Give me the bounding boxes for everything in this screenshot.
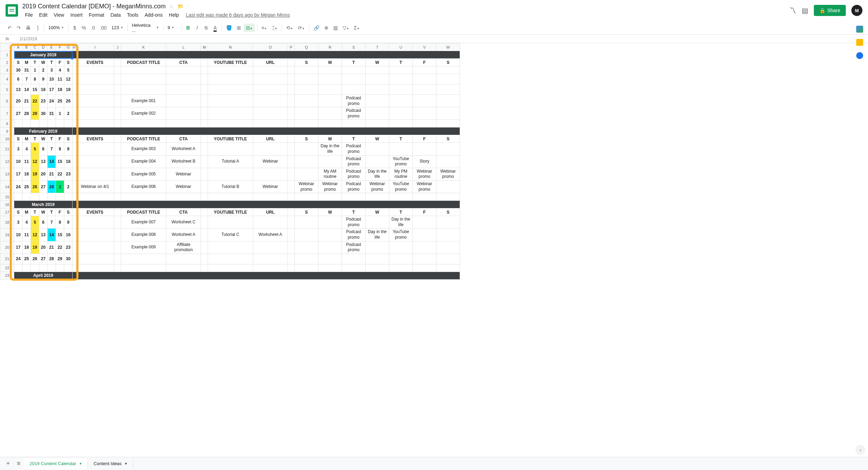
cell-S7[interactable]: Podcast promo <box>342 107 366 120</box>
cell-R11[interactable]: Day in the life <box>318 143 342 155</box>
folder-icon[interactable]: 📁 <box>177 3 183 9</box>
cell-R5[interactable] <box>318 84 342 95</box>
cell-U6[interactable] <box>389 95 413 107</box>
comment-button[interactable]: ⊕ <box>322 24 331 32</box>
cell-J11[interactable] <box>114 143 121 155</box>
cell-F8[interactable] <box>56 120 64 127</box>
cell-M22[interactable] <box>201 264 208 272</box>
cell-T3[interactable] <box>366 66 389 74</box>
cell-U10[interactable]: T <box>389 135 413 143</box>
cell-Q12[interactable] <box>295 155 318 168</box>
cell-C3[interactable]: 1 <box>31 66 39 74</box>
row-header-6[interactable]: 6 <box>0 95 14 107</box>
cell-D11[interactable]: 6 <box>39 143 48 155</box>
cell-S15[interactable] <box>342 193 366 201</box>
cell-J20[interactable] <box>114 241 121 254</box>
column-header-W[interactable]: W <box>436 43 460 51</box>
cell-W15[interactable] <box>436 193 460 201</box>
row-header-7[interactable]: 7 <box>0 107 14 120</box>
last-edit-link[interactable]: Last edit was made 6 days ago by Megan M… <box>186 12 290 18</box>
cell-H5[interactable] <box>73 84 76 95</box>
cell-Q2[interactable]: S <box>295 59 318 66</box>
cell-C8[interactable] <box>31 120 39 127</box>
cell-O2[interactable]: URL <box>253 59 288 66</box>
cell-L20[interactable]: Affiliate promotion <box>166 241 201 254</box>
cell-O17[interactable]: URL <box>253 208 288 216</box>
cell-W3[interactable] <box>436 66 460 74</box>
print-button[interactable]: 🖶 <box>24 24 33 32</box>
cell-V3[interactable] <box>413 66 436 74</box>
cell-A11[interactable]: 3 <box>14 143 23 155</box>
cell-V20[interactable] <box>413 241 436 254</box>
cell-U21[interactable] <box>389 254 413 264</box>
cell-U17[interactable]: T <box>389 208 413 216</box>
add-sheet-button[interactable]: + <box>3 458 14 469</box>
cell-Q22[interactable] <box>295 264 318 272</box>
row-header-16[interactable]: 16 <box>0 201 14 208</box>
cell-S17[interactable]: T <box>342 208 366 216</box>
cell-G14[interactable]: 2 <box>64 180 73 193</box>
cell-B13[interactable]: 18 <box>23 168 31 180</box>
column-header-E[interactable]: E <box>48 43 56 51</box>
cell-H6[interactable] <box>73 95 76 107</box>
cell-C17[interactable]: T <box>31 208 39 216</box>
cell-A3[interactable]: 30 <box>14 66 23 74</box>
cell-M13[interactable] <box>201 168 208 180</box>
cell-V13[interactable]: Webinar promo <box>413 168 436 180</box>
cell-P20[interactable] <box>288 241 295 254</box>
menu-add-ons[interactable]: Add-ons <box>142 11 165 18</box>
cell-M17[interactable] <box>201 208 208 216</box>
cell-M10[interactable] <box>201 135 208 143</box>
column-header-U[interactable]: U <box>389 43 413 51</box>
cell-O6[interactable] <box>253 95 288 107</box>
cell-Q11[interactable] <box>295 143 318 155</box>
cell-J6[interactable] <box>114 95 121 107</box>
cell-S19[interactable]: Podcast promo <box>342 229 366 241</box>
cell-W18[interactable] <box>436 216 460 229</box>
column-header-A[interactable]: A <box>14 43 23 51</box>
menu-help[interactable]: Help <box>166 11 182 18</box>
cell-L6[interactable] <box>166 95 201 107</box>
cell-A23[interactable]: April 2019 <box>14 272 73 279</box>
cell-S12[interactable]: Podcast promo <box>342 155 366 168</box>
cell-I3[interactable] <box>76 66 114 74</box>
cell-O8[interactable] <box>253 120 288 127</box>
cell-K13[interactable]: Example 005 <box>121 168 166 180</box>
menu-edit[interactable]: Edit <box>36 11 50 18</box>
cell-D6[interactable]: 23 <box>39 95 48 107</box>
cell-T2[interactable]: W <box>366 59 389 66</box>
cell-H11[interactable] <box>73 143 76 155</box>
cell-K7[interactable]: Example 002 <box>121 107 166 120</box>
cell-E6[interactable]: 24 <box>48 95 56 107</box>
cell-M18[interactable] <box>201 216 208 229</box>
cell-W5[interactable] <box>436 84 460 95</box>
cell-L7[interactable] <box>166 107 201 120</box>
cell-J14[interactable] <box>114 180 121 193</box>
sheet-tab-2019-content-calendar[interactable]: 2019 Content Calendar▼ <box>24 458 88 469</box>
cell-H12[interactable] <box>73 155 76 168</box>
cell-I18[interactable] <box>76 216 114 229</box>
cell-P10[interactable] <box>288 135 295 143</box>
fill-color-button[interactable]: 🪣 <box>224 24 234 32</box>
cell-S3[interactable] <box>342 66 366 74</box>
cell-J2[interactable] <box>114 59 121 66</box>
cell-K10[interactable]: PODCAST TITLE <box>121 135 166 143</box>
cell-A6[interactable]: 20 <box>14 95 23 107</box>
cell-P15[interactable] <box>288 193 295 201</box>
cell-M15[interactable] <box>201 193 208 201</box>
cell-W7[interactable] <box>436 107 460 120</box>
cell-A16[interactable]: March 2019 <box>14 201 73 208</box>
wrap-button[interactable]: ⟲▼ <box>284 24 295 32</box>
cell-P8[interactable] <box>288 120 295 127</box>
zoom-select[interactable]: 100%▼ <box>46 24 66 31</box>
cell-L3[interactable] <box>166 66 201 74</box>
cell-N10[interactable]: YOUTUBE TITLE <box>208 135 253 143</box>
cell-J3[interactable] <box>114 66 121 74</box>
cell-N20[interactable] <box>208 241 253 254</box>
cell-S4[interactable] <box>342 74 366 84</box>
cell-G7[interactable]: 2 <box>64 107 73 120</box>
cell-T4[interactable] <box>366 74 389 84</box>
cell-J19[interactable] <box>114 229 121 241</box>
cell-S20[interactable]: Podcast promo <box>342 241 366 254</box>
cell-P12[interactable] <box>288 155 295 168</box>
